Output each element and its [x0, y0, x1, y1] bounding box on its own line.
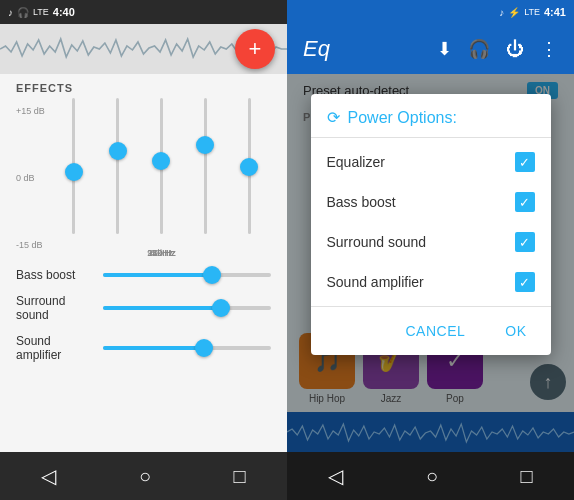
recents-icon-left[interactable]: □	[234, 465, 246, 488]
eq-thumb-1	[65, 163, 83, 181]
surround-sound-slider[interactable]	[103, 306, 271, 310]
eq-bar-60hz[interactable]	[52, 98, 96, 238]
home-icon-left[interactable]: ○	[139, 465, 151, 488]
eq-track-5	[248, 98, 251, 234]
eq-track-4	[204, 98, 207, 234]
dialog-item-sound-amp[interactable]: Sound amplifier ✓	[311, 262, 551, 302]
headphone-icon-left: 🎧	[17, 7, 29, 18]
bass-boost-slider[interactable]	[103, 273, 271, 277]
dialog-overlay: ⟳ Power Options: Equalizer ✓ Bass boost …	[287, 74, 574, 452]
dialog-item-surround[interactable]: Surround sound ✓	[311, 222, 551, 262]
sound-amplifier-label: Sound amplifier	[16, 334, 91, 362]
left-panel: + EFFECTS +15 dB 0 dB -15 dB	[0, 24, 287, 452]
eq-track-2	[116, 98, 119, 234]
sound-amplifier-slider[interactable]	[103, 346, 271, 350]
eq-bar-14khz[interactable]	[227, 98, 271, 238]
dialog-power-icon: ⟳	[327, 108, 340, 127]
wifi-icon-right: LTE	[524, 7, 540, 17]
right-status-bar: ♪ ⚡ LTE 4:41	[287, 0, 574, 24]
music-icon-left: ♪	[8, 7, 13, 18]
bass-boost-label: Bass boost	[16, 268, 91, 282]
eq-track-1	[72, 98, 75, 234]
dialog-sound-amp-label: Sound amplifier	[327, 274, 424, 290]
bass-boost-thumb	[203, 266, 221, 284]
bluetooth-icon-right: ⚡	[508, 7, 520, 18]
left-nav: ◁ ○ □	[0, 452, 287, 500]
bass-boost-row: Bass boost	[0, 262, 287, 288]
right-panel: Eq ⬇ 🎧 ⏻ ⋮ Preset auto-detect ON PRESETS…	[287, 24, 574, 452]
time-left: 4:40	[53, 6, 75, 18]
surround-sound-thumb	[212, 299, 230, 317]
power-options-dialog: ⟳ Power Options: Equalizer ✓ Bass boost …	[311, 94, 551, 355]
eq-label-mid: 0 dB	[16, 173, 45, 183]
dialog-bass-boost-label: Bass boost	[327, 194, 396, 210]
eq-track-3	[160, 98, 163, 234]
eq-bar-4khz[interactable]	[183, 98, 227, 238]
headphone-icon[interactable]: 🎧	[468, 38, 490, 60]
back-icon-left[interactable]: ◁	[41, 464, 56, 488]
dialog-equalizer-label: Equalizer	[327, 154, 385, 170]
eq-chart: +15 dB 0 dB -15 dB	[16, 98, 271, 258]
cancel-button[interactable]: Cancel	[389, 315, 481, 347]
ok-button[interactable]: OK	[489, 315, 542, 347]
eq-thumb-5	[240, 158, 258, 176]
effects-title: EFFECTS	[16, 82, 271, 94]
freq-label-5: 14 kHz	[147, 248, 175, 258]
power-icon[interactable]: ⏻	[506, 39, 524, 60]
effects-section: EFFECTS +15 dB 0 dB -15 dB	[0, 74, 287, 262]
plus-icon: +	[249, 36, 262, 62]
home-icon-right[interactable]: ○	[426, 465, 438, 488]
dialog-item-bass-boost[interactable]: Bass boost ✓	[311, 182, 551, 222]
eq-y-labels: +15 dB 0 dB -15 dB	[16, 98, 45, 258]
more-icon[interactable]: ⋮	[540, 38, 558, 60]
dialog-item-equalizer[interactable]: Equalizer ✓	[311, 142, 551, 182]
dialog-title-text: Power Options:	[348, 109, 457, 127]
left-status-bar: ♪ 🎧 LTE 4:40	[0, 0, 287, 24]
add-fab-button[interactable]: +	[235, 29, 275, 69]
sound-amplifier-row: Sound amplifier	[0, 328, 287, 368]
equalizer-checkbox[interactable]: ✓	[515, 152, 535, 172]
surround-sound-row: Surround sound	[0, 288, 287, 328]
dialog-divider-top	[311, 137, 551, 138]
dialog-actions: Cancel OK	[311, 306, 551, 355]
right-nav: ◁ ○ □	[287, 452, 574, 500]
lte-icon-left: LTE	[33, 7, 49, 17]
surround-sound-fill	[103, 306, 221, 310]
bass-boost-checkbox[interactable]: ✓	[515, 192, 535, 212]
music-icon-right: ♪	[499, 7, 504, 18]
dialog-surround-label: Surround sound	[327, 234, 427, 250]
nav-bar: ◁ ○ □ ◁ ○ □	[0, 452, 574, 500]
time-right: 4:41	[544, 6, 566, 18]
eq-thumb-2	[109, 142, 127, 160]
eq-label-top: +15 dB	[16, 106, 45, 116]
surround-checkbox[interactable]: ✓	[515, 232, 535, 252]
download-icon[interactable]: ⬇	[437, 38, 452, 60]
eq-bar-910hz[interactable]	[140, 98, 184, 238]
sound-amplifier-thumb	[195, 339, 213, 357]
eq-thumb-4	[196, 136, 214, 154]
eq-label-bot: -15 dB	[16, 240, 45, 250]
dialog-title-row: ⟳ Power Options:	[311, 94, 551, 137]
recents-icon-right[interactable]: □	[521, 465, 533, 488]
bass-boost-fill	[103, 273, 212, 277]
eq-bars-area	[52, 98, 271, 238]
surround-sound-label: Surround sound	[16, 294, 91, 322]
right-toolbar-title: Eq	[303, 36, 421, 62]
waveform-container: +	[0, 24, 287, 74]
sound-amplifier-fill	[103, 346, 204, 350]
sound-amp-checkbox[interactable]: ✓	[515, 272, 535, 292]
right-toolbar: Eq ⬇ 🎧 ⏻ ⋮	[287, 24, 574, 74]
eq-thumb-3	[152, 152, 170, 170]
eq-bar-230hz[interactable]	[96, 98, 140, 238]
back-icon-right[interactable]: ◁	[328, 464, 343, 488]
